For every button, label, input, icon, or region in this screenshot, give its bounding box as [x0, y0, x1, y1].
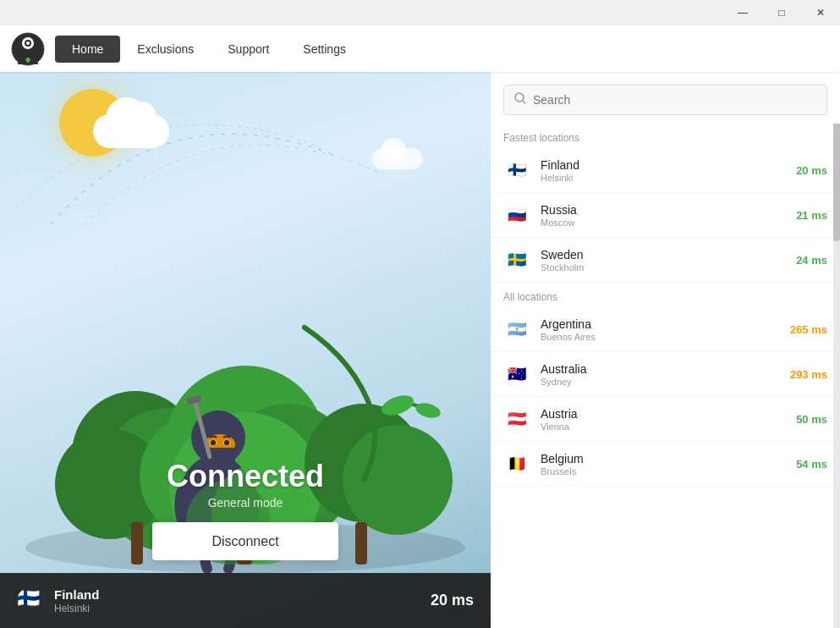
location-info-finland: Finland Helsinki	[541, 158, 796, 183]
city-name-stockholm: Stockholm	[541, 262, 796, 273]
country-name-finland: Finland	[541, 158, 796, 172]
close-button[interactable]: ✕	[801, 0, 840, 25]
svg-rect-32	[131, 522, 143, 565]
svg-line-35	[523, 101, 525, 103]
current-country: Finland	[54, 587, 431, 602]
ping-finland: 20 ms	[796, 164, 827, 177]
scrollbar-track	[833, 72, 840, 628]
cloud-decoration-1	[93, 114, 169, 148]
tab-support[interactable]: Support	[211, 36, 286, 63]
cloud-container	[0, 72, 491, 241]
list-item[interactable]: 🇧🇪 Belgium Brussels 54 ms	[491, 442, 840, 487]
bottom-status-bar: 🇫🇮 Finland Helsinki 20 ms	[0, 573, 491, 628]
search-box	[503, 85, 827, 115]
flag-argentina: 🇦🇷	[503, 316, 530, 343]
country-name-argentina: Argentina	[541, 317, 790, 331]
ping-russia: 21 ms	[796, 209, 827, 222]
flag-austria: 🇦🇹	[503, 405, 530, 432]
status-area: Connected General mode	[0, 459, 491, 510]
flag-australia: 🇦🇺	[503, 361, 530, 388]
country-name-australia: Australia	[541, 362, 790, 376]
country-name-austria: Austria	[541, 407, 796, 421]
tab-exclusions[interactable]: Exclusions	[120, 36, 211, 63]
all-locations-header: All locations	[491, 283, 840, 307]
location-info-belgium: Belgium Brussels	[541, 452, 796, 477]
svg-point-3	[26, 41, 30, 45]
list-item[interactable]: 🇫🇮 Finland Helsinki 20 ms	[491, 148, 840, 193]
current-city: Helsinki	[54, 603, 431, 614]
city-name-brussels: Brussels	[541, 466, 796, 477]
ping-argentina: 265 ms	[790, 323, 827, 336]
maximize-button[interactable]: □	[762, 0, 801, 25]
cloud-decoration-2	[372, 148, 423, 169]
app-logo	[8, 30, 47, 68]
title-bar: — □ ✕	[0, 0, 840, 25]
current-ping: 20 ms	[431, 592, 474, 609]
location-info-russia: Russia Moscow	[541, 203, 796, 228]
fastest-locations-header: Fastest locations	[491, 124, 840, 148]
list-item[interactable]: 🇦🇹 Austria Vienna 50 ms	[491, 397, 840, 442]
ping-austria: 50 ms	[796, 413, 827, 426]
ping-australia: 293 ms	[790, 368, 827, 381]
city-name-sydney: Sydney	[541, 377, 790, 387]
flag-finland: 🇫🇮	[503, 157, 530, 184]
nav-tabs: Home Exclusions Support Settings	[55, 25, 363, 72]
flag-russia: 🇷🇺	[503, 201, 530, 229]
svg-point-15	[414, 400, 442, 420]
nav-bar: Home Exclusions Support Settings	[0, 25, 840, 72]
country-name-sweden: Sweden	[541, 248, 796, 262]
search-container	[491, 72, 840, 124]
city-name-helsinki: Helsinki	[541, 173, 796, 183]
list-item[interactable]: 🇦🇺 Australia Sydney 293 ms	[491, 352, 840, 397]
location-info-australia: Australia Sydney	[541, 362, 790, 387]
tab-home[interactable]: Home	[55, 36, 120, 63]
current-location-info: Finland Helsinki	[54, 587, 431, 614]
tab-settings[interactable]: Settings	[286, 36, 363, 63]
country-name-belgium: Belgium	[541, 452, 796, 465]
list-item[interactable]: 🇸🇪 Sweden Stockholm 24 ms	[491, 238, 840, 283]
city-name-moscow: Moscow	[541, 218, 796, 228]
disconnect-button[interactable]: Disconnect	[152, 522, 338, 560]
ping-sweden: 24 ms	[796, 254, 827, 267]
list-item[interactable]: 🇷🇺 Russia Moscow 21 ms	[491, 193, 840, 238]
country-name-russia: Russia	[541, 203, 796, 217]
connection-mode: General mode	[0, 496, 491, 510]
search-icon	[514, 92, 526, 107]
svg-point-25	[224, 440, 229, 445]
left-panel: Connected General mode Disconnect 🇫🇮 Fin…	[0, 72, 491, 628]
current-location-flag: 🇫🇮	[17, 587, 44, 614]
location-info-argentina: Argentina Buenos Aires	[541, 317, 790, 342]
location-info-austria: Austria Vienna	[541, 407, 796, 432]
list-item[interactable]: 🇦🇷 Argentina Buenos Aires 265 ms	[491, 307, 840, 352]
location-info-sweden: Sweden Stockholm	[541, 248, 796, 273]
svg-rect-33	[355, 522, 367, 565]
connection-status: Connected	[0, 459, 491, 494]
flag-belgium: 🇧🇪	[503, 450, 530, 477]
city-name-vienna: Vienna	[541, 421, 796, 432]
right-panel: Fastest locations 🇫🇮 Finland Helsinki 20…	[491, 72, 840, 628]
svg-point-24	[211, 440, 216, 445]
minimize-button[interactable]: —	[723, 0, 762, 25]
flag-sweden: 🇸🇪	[503, 246, 530, 273]
city-name-buenos-aires: Buenos Aires	[541, 332, 790, 342]
search-input[interactable]	[533, 93, 816, 107]
ping-belgium: 54 ms	[796, 458, 827, 471]
